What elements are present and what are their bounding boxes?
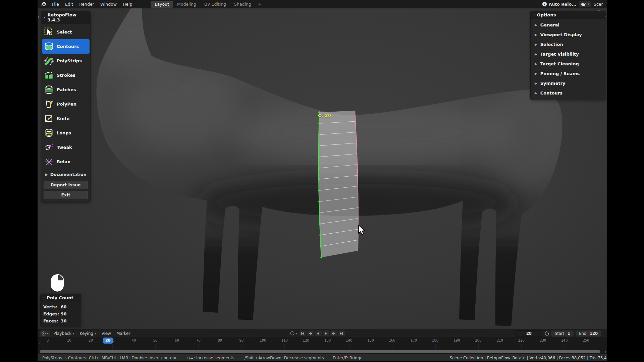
frame-start-field[interactable]: Start 1 — [551, 330, 574, 337]
auto-keying-toggle[interactable]: ▾ — [288, 330, 299, 337]
ruler-tick-label: 220 — [518, 339, 525, 342]
options-section-contours[interactable]: ▶Contours — [531, 88, 606, 98]
ruler-tick-line — [328, 344, 328, 350]
retopoflow-panel-header[interactable]: · RetopoFlow 3.4.3 — [41, 11, 90, 24]
play-button[interactable] — [323, 330, 329, 336]
tool-tweak[interactable]: Tweak — [42, 140, 90, 155]
tool-relax[interactable]: Relax — [42, 155, 90, 169]
poly-row-edges: Edges:90 — [43, 310, 78, 317]
tool-polypen[interactable]: PolyPen — [42, 97, 90, 111]
triangle-right-icon: ▶ — [45, 173, 48, 176]
prev-keyframe-button[interactable] — [307, 330, 314, 336]
retopoflow-panel: · RetopoFlow 3.4.3 SelectContoursPolyStr… — [41, 11, 91, 202]
options-collapse-icon[interactable]: ‹ — [605, 14, 606, 18]
options-section-target-visibility[interactable]: ▶Target Visibility — [531, 49, 606, 59]
ruler-tick-label: 20 — [89, 339, 93, 342]
tool-strokes[interactable]: Strokes — [42, 68, 90, 82]
scene-name-truncated[interactable]: Scer — [594, 2, 604, 7]
tool-loops[interactable]: Loops — [42, 126, 90, 140]
tab-uv-editing[interactable]: UV Editing — [200, 1, 230, 8]
jump-to-start-button[interactable] — [300, 330, 306, 336]
tool-contours[interactable]: Contours — [42, 39, 90, 54]
options-title: Options — [537, 12, 556, 17]
poly-value: 90 — [61, 311, 66, 316]
menu-window[interactable]: Window — [97, 1, 120, 8]
ruler-tick-label: 160 — [389, 339, 395, 342]
frame-end-field[interactable]: End 120 — [576, 330, 601, 337]
contour-strip[interactable] — [313, 109, 370, 263]
status-keymap-hints: +/=: Increase segments-/Shift+ArrowDown:… — [177, 356, 363, 360]
ruler-tick-label: 190 — [453, 339, 460, 342]
timeline-ruler[interactable]: › 01020304050607080901001101201301401501… — [38, 337, 607, 350]
ruler-tick-label: 120 — [303, 339, 309, 342]
horizontal-scrollbar[interactable] — [40, 350, 600, 353]
options-section-selection[interactable]: ▶Selection — [531, 40, 606, 49]
ruler-tick-label: 240 — [561, 339, 568, 342]
tab-shading[interactable]: Shading — [230, 1, 255, 8]
timeline-menu-playback[interactable]: Playback ▾ — [51, 330, 77, 337]
scroll-collapse-icon[interactable]: ‹ — [605, 350, 606, 354]
viewport-3d[interactable]: O: 30 · RetopoFlow 3.4.3 SelectContoursP… — [38, 8, 607, 329]
menu-render[interactable]: Render — [76, 1, 97, 8]
editor-type-dropdown[interactable]: ▾ — [40, 330, 50, 337]
auto-relo-button[interactable]: Auto Relo... — [542, 2, 577, 7]
ruler-tick-line — [220, 344, 220, 350]
timeline-menu-marker[interactable]: Marker — [114, 330, 133, 337]
strokes-icon — [44, 70, 54, 80]
poly-count-title: Poly Count — [47, 295, 73, 300]
exit-button[interactable]: Exit — [44, 191, 88, 199]
sidebar-expand-icon[interactable]: › — [38, 15, 39, 19]
documentation-item[interactable]: ▶ Documentation — [41, 170, 90, 179]
options-section-general[interactable]: ▶General — [531, 20, 606, 30]
triangle-right-icon: ▶ — [535, 52, 537, 56]
menu-edit[interactable]: Edit — [62, 1, 76, 8]
timeline-header: ▾ Playback ▾Keying ▾ViewMarker ▾ 28 — [38, 329, 607, 337]
triangle-right-icon: ▶ — [535, 43, 537, 46]
options-panel-header[interactable]: · Options — [531, 11, 606, 19]
viewport-header-chevron-icon[interactable]: ▾ — [598, 9, 600, 12]
ruler-tick-label: 150 — [367, 339, 374, 342]
blender-logo-icon[interactable] — [40, 1, 47, 7]
options-section-pinning-seams[interactable]: ▶Pinning / Seams — [531, 69, 606, 78]
collapse-dot-icon: · — [43, 296, 45, 300]
menu-file[interactable]: File — [49, 1, 62, 8]
status-scene-stats: Scene Collection | RetopoFlow_Rotate | V… — [450, 356, 607, 360]
mouse-buttons-icon — [50, 273, 65, 293]
tab-layout[interactable]: Layout — [151, 1, 173, 8]
jump-to-end-button[interactable] — [338, 330, 345, 336]
tool-knife[interactable]: Knife — [42, 111, 90, 126]
triangle-right-icon: ▶ — [535, 23, 537, 27]
ruler-tick-line — [284, 344, 285, 350]
timeline-expand-icon[interactable]: › — [38, 341, 40, 346]
tool-patches[interactable]: Patches — [42, 82, 90, 97]
menu-help[interactable]: Help — [120, 1, 136, 8]
options-section-viewport-display[interactable]: ▶Viewport Display — [531, 30, 606, 40]
add-workspace-button[interactable]: + — [255, 1, 265, 7]
screen: FileEditRenderWindowHelp LayoutModelingU… — [0, 0, 644, 362]
scene-type-dropdown[interactable]: ▾ — [579, 1, 591, 7]
options-section-symmetry[interactable]: ▶Symmetry — [531, 78, 606, 88]
playhead-line — [108, 343, 108, 350]
playhead-current-frame[interactable]: 28 — [103, 338, 113, 344]
top-menu-bar: FileEditRenderWindowHelp LayoutModelingU… — [38, 0, 607, 8]
section-label: Selection — [540, 42, 563, 47]
polypen-icon — [44, 99, 54, 109]
current-frame-field[interactable]: 28 — [516, 330, 542, 337]
timeline-menu-keying[interactable]: Keying ▾ — [77, 330, 99, 337]
section-label: Viewport Display — [540, 32, 582, 37]
tool-select[interactable]: Select — [42, 25, 90, 39]
section-label: Target Visibility — [540, 52, 579, 57]
ruler-tick-line — [349, 344, 350, 350]
options-section-target-cleaning[interactable]: ▶Target Cleaning — [531, 59, 606, 69]
next-keyframe-button[interactable] — [330, 330, 337, 336]
play-reverse-button[interactable] — [315, 330, 322, 336]
app-menus: FileEditRenderWindowHelp — [49, 1, 135, 8]
tool-polystrips[interactable]: PolyStrips — [42, 54, 90, 68]
tool-label: Relax — [57, 159, 70, 164]
tool-label: Patches — [57, 87, 76, 92]
tab-modeling[interactable]: Modeling — [173, 1, 200, 8]
timeline-menu-view[interactable]: View — [99, 330, 113, 337]
workspace-tabs: LayoutModelingUV EditingShading — [151, 1, 255, 8]
poly-count-header[interactable]: · Poly Count — [41, 294, 81, 302]
report-issue-button[interactable]: Report Issue — [44, 181, 88, 189]
